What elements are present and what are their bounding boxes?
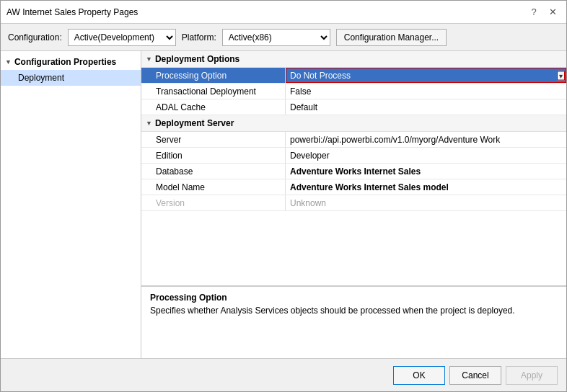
section-title-2: Deployment Server — [155, 118, 234, 128]
prop-value-processing-option[interactable]: Do Not Process ▾ — [286, 68, 566, 83]
dialog-title: AW Internet Sales Property Pages — [6, 7, 138, 17]
platform-label: Platform: — [182, 32, 216, 43]
bottom-bar: OK Cancel Apply — [1, 358, 566, 391]
cancel-button[interactable]: Cancel — [449, 366, 501, 385]
config-manager-button[interactable]: Configuration Manager... — [336, 29, 447, 46]
sidebar: ▼ Configuration Properties Deployment — [1, 51, 141, 358]
sidebar-group-config-properties[interactable]: ▼ Configuration Properties — [1, 54, 141, 70]
title-bar: AW Internet Sales Property Pages ? ✕ — [1, 1, 566, 24]
configuration-select[interactable]: Active(Development) — [68, 29, 176, 46]
chevron-down-icon: ▼ — [5, 58, 12, 66]
prop-row-transactional-deployment[interactable]: Transactional Deployment False — [141, 84, 566, 99]
section-deployment-server: ▼ Deployment Server — [141, 115, 566, 132]
config-label: Configuration: — [8, 32, 62, 43]
close-button[interactable]: ✕ — [545, 5, 561, 19]
prop-row-adal-cache[interactable]: ADAL Cache Default — [141, 99, 566, 115]
prop-value-database: Adventure Works Internet Sales — [286, 164, 566, 179]
prop-name-processing-option: Processing Option — [141, 68, 286, 83]
prop-value-adal-cache: Default — [286, 99, 566, 115]
apply-button: Apply — [506, 366, 558, 385]
prop-name-version: Version — [141, 195, 286, 210]
prop-row-version[interactable]: Version Unknown — [141, 195, 566, 211]
prop-name-transactional-deployment: Transactional Deployment — [141, 84, 286, 99]
section-chevron-icon-2: ▼ — [146, 120, 152, 127]
sidebar-group-label: Configuration Properties — [14, 57, 116, 67]
prop-row-model-name[interactable]: Model Name Adventure Works Internet Sale… — [141, 179, 566, 195]
prop-value-version: Unknown — [286, 195, 566, 210]
prop-name-model-name: Model Name — [141, 179, 286, 195]
right-panel: ▼ Deployment Options Processing Option D… — [141, 51, 566, 358]
prop-row-server[interactable]: Server powerbi://api.powerbi.com/v1.0/my… — [141, 132, 566, 148]
prop-value-transactional-deployment: False — [286, 84, 566, 99]
section-chevron-icon: ▼ — [146, 55, 152, 63]
toolbar: Configuration: Active(Development) Platf… — [1, 24, 566, 51]
info-panel-description: Specifies whether Analysis Services obje… — [150, 306, 558, 316]
prop-name-edition: Edition — [141, 148, 286, 163]
title-bar-right: ? ✕ — [526, 5, 561, 19]
prop-value-edition: Developer — [286, 148, 566, 163]
info-panel-title: Processing Option — [150, 293, 558, 303]
dialog-window: AW Internet Sales Property Pages ? ✕ Con… — [0, 0, 567, 392]
help-button[interactable]: ? — [526, 5, 542, 19]
platform-select[interactable]: Active(x86) — [222, 29, 330, 46]
prop-name-server: Server — [141, 132, 286, 147]
prop-row-database[interactable]: Database Adventure Works Internet Sales — [141, 164, 566, 179]
section-deployment-options: ▼ Deployment Options — [141, 51, 566, 68]
main-content: ▼ Configuration Properties Deployment ▼ … — [1, 51, 566, 358]
ok-button[interactable]: OK — [393, 366, 445, 385]
dropdown-arrow-icon[interactable]: ▾ — [557, 71, 565, 80]
prop-name-database: Database — [141, 164, 286, 179]
section-title: Deployment Options — [155, 54, 239, 64]
prop-value-model-name: Adventure Works Internet Sales model — [286, 179, 566, 195]
prop-name-adal-cache: ADAL Cache — [141, 99, 286, 115]
sidebar-item-deployment[interactable]: Deployment — [1, 70, 141, 86]
properties-area: ▼ Deployment Options Processing Option D… — [141, 51, 566, 286]
info-panel: Processing Option Specifies whether Anal… — [141, 286, 566, 358]
prop-row-processing-option[interactable]: Processing Option Do Not Process ▾ — [141, 68, 566, 84]
prop-row-edition[interactable]: Edition Developer — [141, 148, 566, 164]
prop-value-server: powerbi://api.powerbi.com/v1.0/myorg/Adv… — [286, 132, 566, 147]
title-bar-left: AW Internet Sales Property Pages — [6, 7, 138, 17]
